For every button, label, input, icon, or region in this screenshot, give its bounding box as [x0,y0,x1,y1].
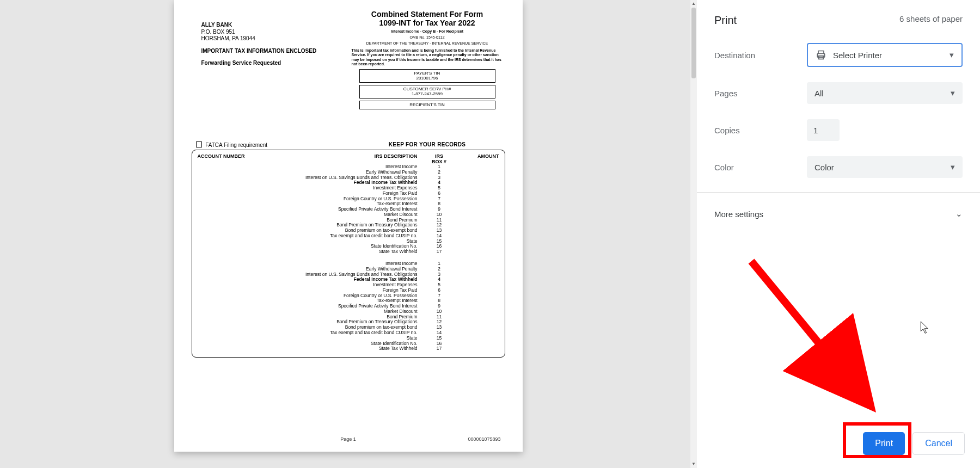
color-select[interactable]: Color ▾ [807,156,963,178]
hdr-account: ACCOUNT NUMBER [198,153,274,164]
row-amount [456,212,499,218]
destination-row: Destination Select Printer ▾ [697,35,980,75]
doc-sub-1: Interest Income - Copy B - For Recipient [348,29,506,33]
more-settings-label: More settings [714,210,763,219]
sheets-count: 6 sheets of paper [899,14,963,27]
table-row: Interest on U.S. Savings Bonds and Treas… [198,272,499,278]
table-row: Tax exempt and tax credit bond CUSIP no.… [198,330,499,336]
table-row: State15 [198,336,499,341]
row-amount [456,277,499,282]
row-amount [456,282,499,288]
row-amount [456,201,499,207]
color-label: Color [714,163,807,172]
red-arrow-icon [751,261,828,354]
info-box-l1: PAYER'S TIN [360,71,495,76]
row-desc: Tax exempt and tax credit bond CUSIP no. [198,330,423,336]
preview-scrollbar[interactable]: ▲ ▼ [690,0,697,468]
fatca-label: FATCA Filing requirement [205,142,267,148]
chevron-down-icon: ▾ [951,88,955,98]
table-header: ACCOUNT NUMBER IRS DESCRIPTION IRS BOX #… [198,153,499,164]
row-amount [456,191,499,196]
info-box-l1: CUSTOMER SERV PH# [360,87,495,92]
row-amount [456,341,499,347]
forwarding-text: Forwarding Service Requested [201,60,317,67]
tax-notice: IMPORTANT TAX INFORMATION ENCLOSED [201,48,317,55]
sender-block: ALLY BANK P.O. BOX 951 HORSHAM, PA 19044… [201,22,317,67]
pages-label: Pages [714,89,807,98]
table-row: State Identification No.16 [198,244,499,249]
table-row: Investment Expenses5 [198,282,499,288]
scroll-up-icon[interactable]: ▲ [690,0,697,8]
row-amount [456,170,499,175]
row-amount [456,207,499,212]
row-amount [456,261,499,267]
pages-value: All [814,89,824,98]
row-amount [456,228,499,233]
table-row: Specified Private Activity Bond Interest… [198,304,499,309]
color-row: Color Color ▾ [697,149,980,186]
row-desc: Tax exempt and tax credit bond CUSIP no. [198,233,423,239]
table-row: Interest on U.S. Savings Bonds and Treas… [198,175,499,181]
chevron-down-icon: ▾ [951,162,955,172]
row-amount [456,272,499,278]
scroll-thumb[interactable] [691,8,696,78]
table-row: Market Discount10 [198,212,499,218]
row-amount [456,319,499,325]
print-button[interactable]: Print [863,432,905,455]
pages-row: Pages All ▾ [697,75,980,112]
table-row: Market Discount10 [198,309,499,315]
row-amount [456,233,499,239]
print-title: Print [714,14,737,27]
table-row: Interest Income1 [198,261,499,267]
table-row: Foreign Country or U.S. Possession7 [198,196,499,202]
destination-value: Select Printer [833,51,882,60]
destination-select[interactable]: Select Printer ▾ [807,43,963,67]
row-amount [456,186,499,191]
table-row: State Tax Withheld17 [198,249,499,255]
cancel-button[interactable]: Cancel [912,432,965,455]
info-box: CUSTOMER SERV PH#1-877-247-2559 [359,85,495,98]
row-amount [456,346,499,352]
table-row: Tax exempt and tax credit bond CUSIP no.… [198,233,499,239]
fatca-checkbox [196,141,202,147]
cursor-icon [920,321,930,334]
divider [697,192,980,193]
doc-title-1: Combined Statement For Form [348,10,506,19]
sender-addr2: HORSHAM, PA 19044 [201,35,317,42]
row-amount [456,223,499,228]
document-id: 000001075893 [468,436,500,442]
row-amount [456,244,499,249]
table-row: State Tax Withheld17 [198,346,499,352]
row-desc: State Tax Withheld [198,249,423,255]
destination-label: Destination [714,51,807,60]
irs-para: This is important tax information and is… [348,48,506,67]
document-title-block: Combined Statement For Form 1099-INT for… [348,10,506,109]
chevron-down-icon: ▾ [950,50,954,60]
copies-row: Copies [697,112,980,149]
row-amount [456,249,499,255]
irs-table: ACCOUNT NUMBER IRS DESCRIPTION IRS BOX #… [192,150,505,358]
table-row: Federal Income Tax Withheld4 [198,277,499,282]
pages-select[interactable]: All ▾ [807,82,963,104]
scroll-down-icon[interactable]: ▼ [690,460,697,468]
row-amount [456,336,499,341]
info-box-l2: 1-877-247-2559 [360,91,495,97]
row-amount [456,304,499,309]
print-preview-pane: ALLY BANK P.O. BOX 951 HORSHAM, PA 19044… [0,0,696,468]
table-row: State15 [198,239,499,244]
row-amount [456,298,499,304]
row-amount [456,218,499,223]
row-amount [456,164,499,170]
info-box-l1: RECIPIENT'S TIN [360,102,495,108]
print-dialog: ▲ ▼ Print 6 sheets of paper Destination … [696,0,980,468]
row-amount [456,315,499,320]
table-row: Interest Income1 [198,164,499,170]
info-box-l2: 201001796 [360,76,495,81]
hdr-amount: AMOUNT [456,153,499,164]
printer-icon [816,50,826,60]
row-amount [456,309,499,315]
print-header: Print 6 sheets of paper [697,0,980,35]
more-settings-toggle[interactable]: More settings ⌄ [697,199,980,229]
chevron-down-icon: ⌄ [955,209,963,219]
copies-input[interactable] [807,119,840,141]
